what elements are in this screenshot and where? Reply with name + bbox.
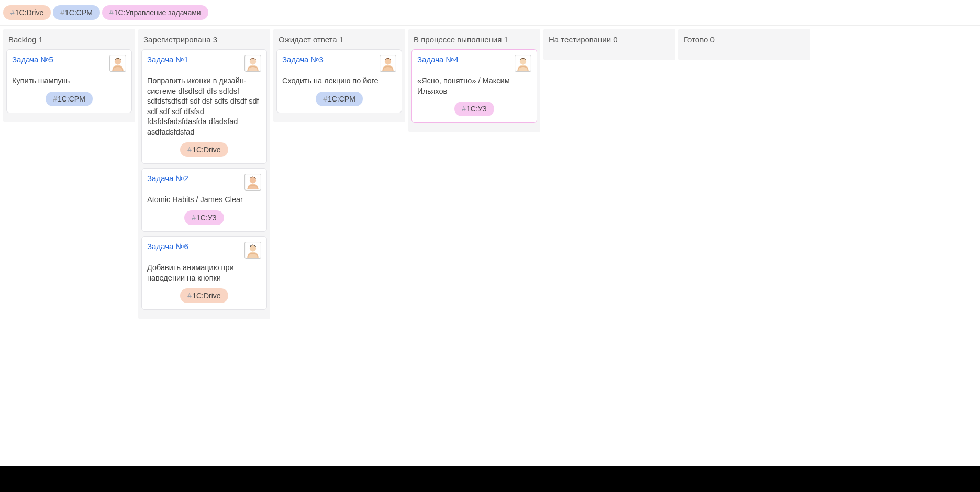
task-card[interactable]: Задача №5Купить шампунь#1C:CPM <box>6 49 132 113</box>
card-tag-row: #1C:CPM <box>12 92 126 106</box>
tag-label: 1C:CPM <box>65 8 93 17</box>
tag-card-1-0[interactable]: #1C:Drive <box>180 142 228 157</box>
task-card[interactable]: Задача №1Поправить иконки в дизайн-систе… <box>141 49 267 164</box>
task-card[interactable]: Задача №3Сходить на лекцию по йоге#1C:CP… <box>276 49 402 113</box>
kanban-board: Backlog 1Задача №5Купить шампунь#1C:CPMЗ… <box>0 26 980 322</box>
tag-card-2-0[interactable]: #1C:CPM <box>316 92 363 106</box>
tag-card-3-0[interactable]: #1C:УЗ <box>454 102 494 116</box>
column: В процессе выполнения 1Задача №4«Ясно, п… <box>408 29 540 132</box>
tag-label: 1C:Drive <box>192 292 220 300</box>
tag-label: 1C:УЗ <box>196 214 217 222</box>
column-header: На тестировании 0 <box>547 33 672 49</box>
card-header: Задача №1 <box>147 55 261 72</box>
column-header: Backlog 1 <box>6 33 132 49</box>
avatar <box>515 55 531 72</box>
tag-card-1-1[interactable]: #1C:УЗ <box>184 210 224 225</box>
filter-bar: #1C:Drive#1C:CPM#1C:Управление задачами <box>0 0 980 26</box>
task-link[interactable]: Задача №6 <box>147 242 188 251</box>
task-link[interactable]: Задача №2 <box>147 174 188 183</box>
task-link[interactable]: Задача №1 <box>147 55 188 64</box>
task-link[interactable]: Задача №4 <box>417 55 459 64</box>
hash-icon: # <box>187 292 192 300</box>
hash-icon: # <box>462 105 466 113</box>
card-tag-row: #1C:Drive <box>147 288 261 303</box>
column-header: Ожидает ответа 1 <box>276 33 402 49</box>
hash-icon: # <box>109 8 114 17</box>
task-description: Купить шампунь <box>12 76 126 86</box>
tag-filter-1[interactable]: #1C:CPM <box>53 5 100 20</box>
tag-card-1-2[interactable]: #1C:Drive <box>180 288 228 303</box>
card-header: Задача №2 <box>147 174 261 191</box>
card-header: Задача №3 <box>282 55 396 72</box>
card-tag-row: #1C:Drive <box>147 142 261 157</box>
tag-label: 1C:CPM <box>58 95 85 103</box>
task-description: Atomic Habits / James Clear <box>147 195 261 205</box>
card-header: Задача №4 <box>417 55 531 72</box>
card-tag-row: #1C:УЗ <box>147 210 261 225</box>
tag-card-0-0[interactable]: #1C:CPM <box>46 92 93 106</box>
hash-icon: # <box>60 8 64 17</box>
card-header: Задача №6 <box>147 242 261 259</box>
hash-icon: # <box>187 146 192 154</box>
tag-label: 1C:CPM <box>328 95 355 103</box>
task-card[interactable]: Задача №6Добавить анимацию при наведении… <box>141 236 267 310</box>
hash-icon: # <box>10 8 15 17</box>
avatar <box>244 242 261 259</box>
column: Готово 0 <box>678 29 810 60</box>
hash-icon: # <box>192 214 196 222</box>
card-tag-row: #1C:CPM <box>282 92 396 106</box>
column: Backlog 1Задача №5Купить шампунь#1C:CPM <box>3 29 135 122</box>
tag-filter-0[interactable]: #1C:Drive <box>3 5 51 20</box>
tag-label: 1C:Drive <box>192 146 220 154</box>
tag-label: 1C:Drive <box>15 8 43 17</box>
column-header: В процессе выполнения 1 <box>411 33 537 49</box>
task-description: Сходить на лекцию по йоге <box>282 76 396 86</box>
task-description: Поправить иконки в дизайн-системе dfsdfs… <box>147 76 261 137</box>
card-header: Задача №5 <box>12 55 126 72</box>
avatar <box>109 55 126 72</box>
task-card[interactable]: Задача №2Atomic Habits / James Clear#1C:… <box>141 168 267 232</box>
column: На тестировании 0 <box>543 29 675 60</box>
hash-icon: # <box>53 95 57 103</box>
task-description: «Ясно, понятно» / Максим Ильяхов <box>417 76 531 96</box>
task-link[interactable]: Задача №3 <box>282 55 324 64</box>
task-card[interactable]: Задача №4«Ясно, понятно» / Максим Ильяхо… <box>411 49 537 123</box>
hash-icon: # <box>323 95 327 103</box>
column-header: Готово 0 <box>682 33 807 49</box>
avatar <box>380 55 396 72</box>
tag-filter-2[interactable]: #1C:Управление задачами <box>102 5 208 20</box>
card-tag-row: #1C:УЗ <box>417 102 531 116</box>
avatar <box>244 55 261 72</box>
task-link[interactable]: Задача №5 <box>12 55 53 64</box>
tag-label: 1C:Управление задачами <box>114 8 201 17</box>
task-description: Добавить анимацию при наведении на кнопк… <box>147 263 261 283</box>
tag-label: 1C:УЗ <box>466 105 487 113</box>
column: Ожидает ответа 1Задача №3Сходить на лекц… <box>273 29 405 122</box>
column: Зарегистрирована 3Задача №1Поправить ико… <box>138 29 270 319</box>
column-header: Зарегистрирована 3 <box>141 33 267 49</box>
avatar <box>244 174 261 191</box>
